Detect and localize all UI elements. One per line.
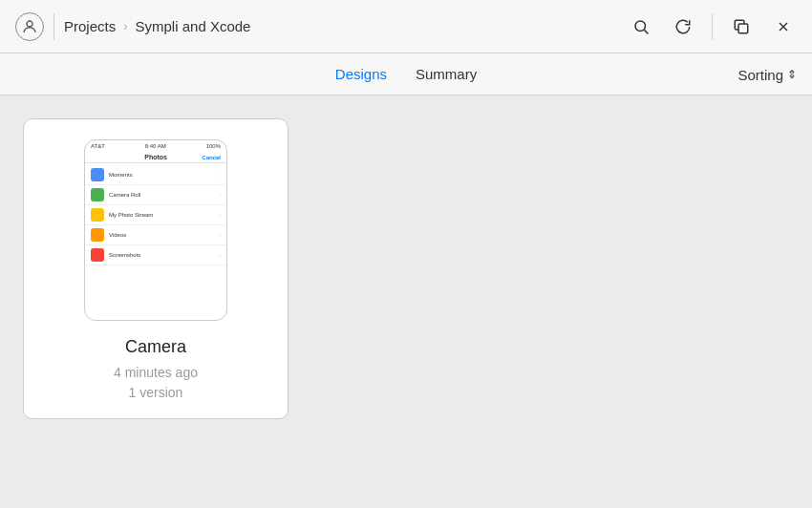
sorting-arrows-icon: ⇕ (787, 68, 797, 81)
card-timestamp: 4 minutes ago (114, 365, 198, 380)
card-subtitle: 4 minutes ago 1 version (114, 363, 198, 403)
phone-list-item: Camera Roll› (85, 185, 226, 205)
phone-list-item: Screenshots› (85, 245, 226, 265)
phone-list-item-icon (91, 248, 104, 262)
tab-summary[interactable]: Summary (416, 62, 477, 86)
copy-button[interactable] (728, 13, 755, 40)
phone-list-item: Videos› (85, 225, 226, 245)
left-divider (53, 13, 54, 40)
content-area: AT&T 8:40 AM 100% Photos Cancel Moments›… (0, 95, 812, 508)
phone-statusbar: AT&T 8:40 AM 100% (85, 140, 226, 152)
phone-list-item-label: Camera Roll (109, 192, 214, 198)
design-card[interactable]: AT&T 8:40 AM 100% Photos Cancel Moments›… (23, 118, 288, 419)
phone-list-item-icon (91, 168, 104, 181)
card-version: 1 version (129, 385, 183, 400)
phone-list: Moments›Camera Roll›My Photo Stream›Vide… (85, 163, 226, 267)
phone-list-item: My Photo Stream› (85, 205, 226, 225)
search-button[interactable] (628, 13, 654, 40)
close-button[interactable] (770, 13, 797, 40)
breadcrumb-chevron: › (123, 19, 127, 33)
status-carrier: AT&T (91, 143, 105, 149)
svg-rect-3 (738, 24, 748, 33)
tabbar-tabs: Designs Summary (15, 62, 797, 86)
breadcrumb: Projects › Sympli and Xcode (64, 18, 618, 34)
phone-nav-cancel: Cancel (202, 155, 221, 160)
phone-list-item-arrow: › (219, 252, 221, 258)
phone-list-item-icon (91, 188, 104, 201)
phone-list-item-icon (91, 208, 104, 222)
phone-list-item-arrow: › (219, 192, 221, 198)
tabbar: Designs Summary Sorting ⇕ (0, 53, 812, 95)
status-time: 8:40 AM (145, 143, 166, 149)
phone-list-item-label: Moments (109, 172, 214, 178)
phone-list-item-arrow: › (219, 232, 221, 238)
svg-point-1 (635, 21, 646, 32)
refresh-button[interactable] (670, 13, 696, 40)
titlebar-actions (628, 13, 797, 40)
phone-list-item-arrow: › (219, 172, 221, 178)
phone-nav-title: Photos (144, 154, 167, 160)
phone-list-item-label: Videos (109, 232, 214, 238)
sorting-button[interactable]: Sorting ⇕ (737, 66, 797, 82)
right-divider (712, 13, 713, 40)
phone-list-item-label: Screenshots (109, 252, 214, 258)
phone-list-item-label: My Photo Stream (109, 212, 214, 218)
phone-list-item: Moments› (85, 165, 226, 185)
svg-line-2 (644, 30, 648, 33)
phone-mockup: AT&T 8:40 AM 100% Photos Cancel Moments›… (84, 139, 227, 321)
sorting-label: Sorting (737, 66, 783, 82)
status-battery: 100% (206, 143, 221, 149)
phone-nav: Photos Cancel (85, 152, 226, 163)
phone-list-item-arrow: › (219, 212, 221, 218)
avatar[interactable] (15, 12, 44, 41)
card-preview: AT&T 8:40 AM 100% Photos Cancel Moments›… (39, 135, 272, 326)
titlebar: Projects › Sympli and Xcode (0, 0, 812, 53)
phone-list-item-icon (91, 228, 104, 242)
breadcrumb-projects[interactable]: Projects (64, 18, 116, 34)
breadcrumb-current: Sympli and Xcode (136, 18, 251, 34)
card-title: Camera (125, 337, 186, 357)
tab-designs[interactable]: Designs (335, 62, 387, 86)
svg-point-0 (27, 21, 32, 27)
